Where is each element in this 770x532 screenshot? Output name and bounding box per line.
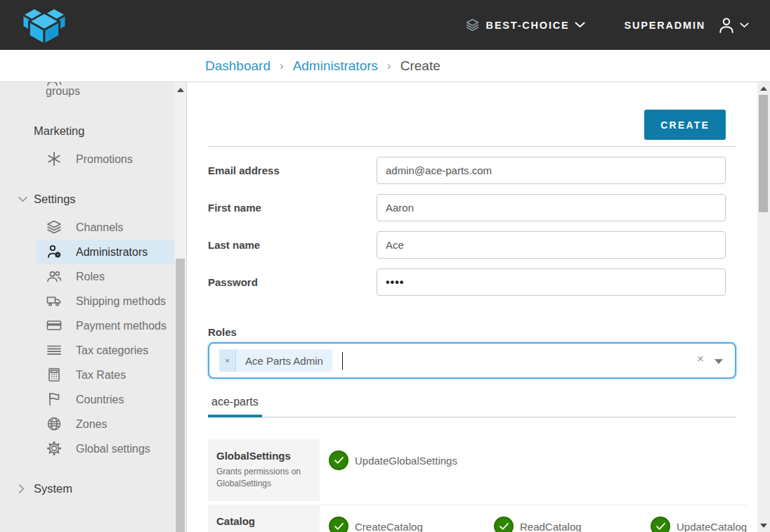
sidebar-item-shipping-methods[interactable]: Shipping methods [37,289,174,313]
sidebar-item-label: Roles [76,271,105,283]
sidebar-item-channels[interactable]: Channels [37,215,174,240]
last-name-field[interactable] [377,231,726,259]
channel-label: BEST-CHOICE [486,20,570,31]
user-gear-icon [46,243,63,260]
permission-group-cell: Catalog Grants permissions on Products, … [208,505,320,532]
create-button[interactable]: CREATE [644,110,726,140]
user-menu[interactable] [717,15,749,35]
password-field[interactable] [377,268,726,296]
roles-section: Roles × Ace Parts Admin × [208,326,736,379]
check-circle-icon [651,517,670,532]
sidebar-scrollbar [174,82,187,532]
permission-group-cell: GlobalSettings Grants permissions on Glo… [208,439,320,501]
sidebar-item-zones[interactable]: Zones [37,412,174,436]
check-circle-icon [329,517,348,532]
sidebar-item-administrators[interactable]: Administrators [37,240,174,264]
sidebar-item-label: Payment methods [76,320,167,332]
chevron-down-icon [575,22,585,28]
permission-toggle-createcatalog[interactable]: CreateCatalog [329,517,494,532]
breadcrumb-administrators[interactable]: Administrators [293,58,378,74]
sidebar-item-promotions[interactable]: Promotions [37,147,174,171]
clear-selection-icon[interactable]: × [697,353,704,365]
sidebar-item-customer-groups[interactable]: groups [37,82,174,102]
chevron-right-icon [18,484,25,493]
table-row: GlobalSettings Grants permissions on Glo… [208,439,736,501]
breadcrumb-current: Create [400,58,441,74]
roles-label: Roles [208,326,736,338]
breadcrumb-separator: › [387,59,391,73]
divider [208,146,736,147]
permission-toggle-updatecatalog[interactable]: UpdateCatalog [651,517,747,532]
channel-selector[interactable]: BEST-CHOICE [465,18,585,32]
section-header-system[interactable]: System [0,482,174,498]
scroll-up-arrow[interactable] [760,86,767,91]
role-chip: × Ace Parts Admin [219,349,332,372]
credit-card-icon [46,317,63,334]
user-label: SUPERADMIN [625,20,705,31]
calculator-icon [46,366,63,383]
permission-label: CreateCatalog [355,521,423,532]
section-label: Settings [34,193,76,205]
chevron-down-icon [18,196,27,202]
permission-label: UpdateCatalog [677,521,747,532]
text-cursor [342,352,344,370]
section-label: Marketing [34,124,84,137]
tab-ace-parts[interactable]: ace-parts [208,396,262,417]
flag-icon [46,391,63,408]
permission-label: UpdateGlobalSettings [355,455,457,467]
check-circle-icon [329,450,348,470]
sidebar-item-tax-rates[interactable]: Tax Rates [37,363,174,387]
table-row: Catalog Grants permissions on Products, … [208,505,736,532]
email-field[interactable] [377,157,726,184]
scroll-down-arrow[interactable] [760,524,767,528]
dropdown-arrow-icon[interactable] [714,359,723,364]
breadcrumb-dashboard[interactable]: Dashboard [205,58,270,74]
roles-select[interactable]: × Ace Parts Admin × [208,342,736,379]
first-name-field[interactable] [377,194,726,221]
scrollbar-thumb[interactable] [176,259,185,532]
permission-toggle-updateglobalsettings[interactable]: UpdateGlobalSettings [329,450,457,470]
password-label: Password [208,276,377,288]
sidebar-item-tax-categories[interactable]: Tax categories [37,338,174,363]
main-content: CREATE Email address First name Last nam… [187,82,757,532]
sidebar-item-label: Shipping methods [76,295,166,307]
section-label: System [34,482,72,495]
chip-remove-icon[interactable]: × [219,349,236,372]
role-chip-label: Ace Parts Admin [236,349,332,372]
chevron-down-icon [740,22,749,28]
permission-label: ReadCatalog [520,521,582,532]
asterisk-icon [46,150,63,167]
permission-group-name: Catalog [216,515,311,527]
sidebar-item-label: Zones [76,418,107,430]
permission-group-name: GlobalSettings [216,450,311,462]
last-name-label: Last name [208,239,377,251]
breadcrumb-separator: › [280,59,284,73]
sidebar-section-marketing: Marketing Promotions [0,124,174,171]
users-icon [46,82,63,89]
breadcrumb: Dashboard › Administrators › Create [0,50,770,82]
sidebar-item-global-settings[interactable]: Global settings [37,436,174,461]
sidebar-item-label: Administrators [76,246,148,258]
sidebar-item-roles[interactable]: Roles [37,264,174,289]
main-scrollbar [757,82,770,532]
sidebar-item-label: Countries [76,394,124,406]
email-label: Email address [208,164,377,176]
scrollbar-thumb[interactable] [759,95,768,212]
sidebar-item-payment-methods[interactable]: Payment methods [37,313,174,338]
app-logo-icon[interactable] [18,4,70,46]
check-circle-icon [494,517,514,532]
list-icon [46,342,63,358]
scroll-up-arrow[interactable] [177,88,184,92]
sidebar-section-system: System [0,482,174,498]
sidebar-item-label: Tax categories [76,344,148,356]
sidebar-item-label: Tax Rates [76,369,126,381]
permission-toggle-readcatalog[interactable]: ReadCatalog [494,517,651,532]
sidebar: groups Marketing Promotions Settin [0,82,174,532]
permissions-table: GlobalSettings Grants permissions on Glo… [208,439,736,532]
sidebar-item-countries[interactable]: Countries [37,387,174,412]
cog-icon [46,440,63,457]
section-header-marketing[interactable]: Marketing [0,124,174,140]
layers-icon [465,18,480,32]
admin-detail-form: Email address First name Last name Passw… [208,157,736,296]
section-header-settings[interactable]: Settings [0,193,174,208]
